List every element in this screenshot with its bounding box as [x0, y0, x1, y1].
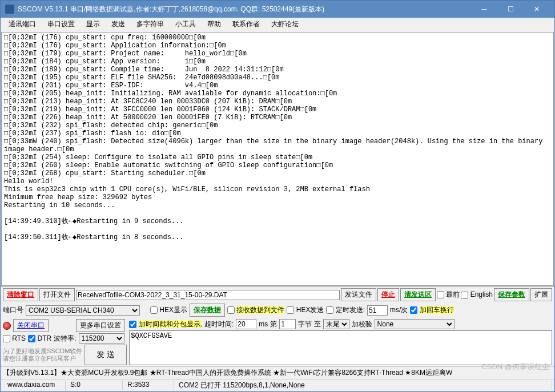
open-file-button[interactable]: 打开文件	[39, 288, 75, 301]
record-icon[interactable]	[3, 322, 11, 330]
english-checkbox[interactable]: English	[461, 290, 493, 298]
menu-contact[interactable]: 联系作者	[227, 18, 266, 31]
status-recv: R:3533	[123, 381, 174, 390]
hex-send-checkbox[interactable]: HEX发送	[287, 305, 324, 315]
titlebar: SSCOM V5.13.1 串口/网络数据调试器,作者:大虾丁丁,2618058…	[1, 1, 554, 18]
newest-checkbox[interactable]: 最前	[437, 290, 460, 300]
check-type-select[interactable]: None	[375, 319, 455, 329]
help-text: 为了更好地发展SSCOM软件 请您注册嘉立创F结尾客户	[3, 347, 82, 362]
stop-button[interactable]: 停止	[377, 288, 399, 301]
add-check-label: 加校验	[352, 320, 372, 329]
send-textarea[interactable]: $QXCFGSAVE	[129, 330, 552, 365]
extend-button[interactable]: 扩展	[530, 288, 552, 301]
save-data-button[interactable]: 保存数据	[190, 304, 225, 317]
send-file-button[interactable]: 发送文件	[341, 288, 376, 301]
output-area[interactable]: □[0;32mI (176) cpu_start: cpu freq: 1600…	[1, 32, 554, 286]
menubar: 通讯端口 串口设置 显示 发送 多字符串 小工具 帮助 联系作者 大虾论坛	[1, 18, 554, 31]
close-port-button[interactable]: 关闭串口	[13, 319, 49, 332]
clear-window-button[interactable]: 清除窗口	[3, 288, 38, 301]
menu-serial-settings[interactable]: 串口设置	[42, 18, 81, 31]
filepath-input[interactable]	[76, 290, 340, 300]
toolbar-row3: 关闭串口 更多串口设置 RTS DTR 波特率: 115200 为了更好地发展S…	[1, 318, 554, 366]
timeout-unit: ms	[259, 320, 268, 328]
save-params-button[interactable]: 保存参数	[494, 288, 529, 301]
status-conn: COM2 已打开 115200bps,8,1,None,None	[174, 381, 552, 390]
timeout-label: 超时时间:	[204, 320, 234, 329]
clear-send-button[interactable]: 清发送区	[400, 288, 436, 301]
menu-port[interactable]: 通讯端口	[3, 18, 42, 31]
port-label: 端口号	[3, 305, 23, 315]
close-button[interactable]: ✕	[524, 1, 550, 18]
baud-select[interactable]: 115200	[79, 333, 124, 343]
menu-display[interactable]: 显示	[81, 18, 106, 31]
status-site[interactable]: www.daxia.com	[3, 381, 66, 390]
hex-display-checkbox[interactable]: HEX显示	[150, 305, 187, 315]
menu-multistring[interactable]: 多字符串	[131, 18, 170, 31]
menu-forum[interactable]: 大虾论坛	[266, 18, 304, 31]
timed-unit-label: ms/次	[390, 305, 408, 315]
toolbar-row2: 端口号 COM2 USB-SERIAL CH340 HEX显示 保存数据 接收数…	[1, 302, 554, 318]
status-sent: S:0	[66, 381, 123, 390]
timestamp-checkbox[interactable]: 加时间戳和分包显示,	[129, 320, 202, 329]
nth-label: 第	[270, 320, 277, 329]
end-select[interactable]: 末尾	[323, 319, 349, 329]
window-title: SSCOM V5.13.1 串口/网络数据调试器,作者:大虾丁丁,2618058…	[18, 5, 471, 14]
byte-label: 字节 至	[298, 320, 320, 329]
recv-to-file-checkbox[interactable]: 接收数据到文件	[227, 305, 284, 315]
dtr-checkbox[interactable]: DTR	[28, 334, 51, 342]
promo-bar[interactable]: 【升级到V5.13.1】★大资源MCU开发板9.9包邮 ★RT-Thread中国…	[1, 366, 554, 379]
menu-send[interactable]: 发送	[106, 18, 131, 31]
app-icon	[5, 5, 14, 14]
add-crlf-checkbox[interactable]: 加回车换行	[410, 305, 453, 315]
send-button[interactable]: 发 送	[85, 345, 127, 365]
more-settings-button[interactable]: 更多串口设置	[76, 319, 125, 332]
port-select[interactable]: COM2 USB-SERIAL CH340	[26, 305, 140, 316]
baud-label: 波特率:	[54, 334, 76, 343]
statusbar: www.daxia.com S:0 R:3533 COM2 已打开 115200…	[1, 379, 554, 391]
toolbar-row1: 清除窗口 打开文件 发送文件 停止 清发送区 最前 English 保存参数 扩…	[1, 286, 554, 302]
timed-send-checkbox[interactable]: 定时发送:	[326, 305, 365, 315]
minimize-button[interactable]: ─	[471, 1, 497, 18]
timeout-input[interactable]	[236, 319, 256, 329]
rts-checkbox[interactable]: RTS	[3, 334, 26, 342]
maximize-button[interactable]: ☐	[497, 1, 524, 18]
nth-input[interactable]	[279, 319, 296, 329]
menu-help[interactable]: 帮助	[202, 18, 227, 31]
menu-tools[interactable]: 小工具	[170, 18, 202, 31]
timed-value-input[interactable]	[367, 305, 388, 316]
